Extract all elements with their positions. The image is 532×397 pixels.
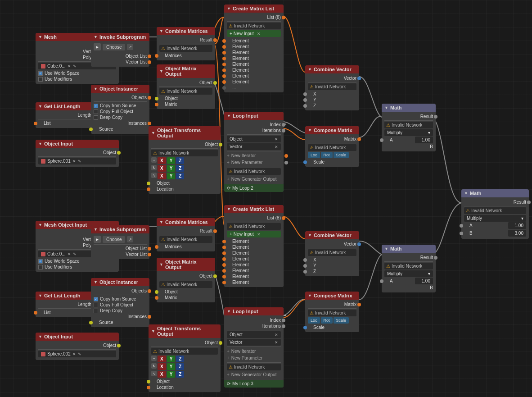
- z-btn-ot2-1[interactable]: Z: [176, 356, 184, 362]
- collapse-com2[interactable]: ▼: [308, 293, 312, 298]
- collapse-cml1[interactable]: ▼: [227, 6, 231, 11]
- link-btn-1[interactable]: ↗: [127, 44, 133, 50]
- sphere-x-2[interactable]: ✕: [72, 352, 76, 356]
- z-btn-ot2-3[interactable]: Z: [176, 371, 184, 378]
- new-input-btn-1[interactable]: + New Input ✕: [227, 30, 281, 37]
- z-btn-ot1-1[interactable]: Z: [176, 157, 184, 164]
- choose-btn-2[interactable]: Choose: [103, 236, 125, 243]
- cube-x-1[interactable]: ✕: [68, 64, 71, 68]
- object-field-li2[interactable]: Object ✕: [227, 331, 281, 338]
- collapse-oi-2[interactable]: ▼: [38, 334, 42, 339]
- y-btn-ot1-2[interactable]: Y: [167, 165, 176, 172]
- a-value-math2[interactable]: 1.00: [415, 278, 433, 284]
- new-input-x-2[interactable]: ✕: [257, 232, 261, 237]
- collapse-oi-1[interactable]: ▼: [38, 141, 42, 146]
- new-input-btn-2[interactable]: + New Input ✕: [227, 231, 281, 237]
- x-btn-ot2-3[interactable]: X: [158, 371, 166, 378]
- sphere-field-1[interactable]: Sphere.001 ✕ ✎: [38, 158, 116, 164]
- sphere-edit-1[interactable]: ✎: [78, 159, 81, 164]
- x-btn-ot1-1[interactable]: X: [158, 157, 166, 164]
- loc-btn-1[interactable]: Loc: [308, 152, 320, 158]
- vector-field-li1[interactable]: Vector ✕: [227, 143, 281, 150]
- collapse-math1[interactable]: ▼: [384, 105, 388, 110]
- copy-full-check-2[interactable]: [94, 303, 98, 307]
- z-btn-ot1-2[interactable]: Z: [176, 165, 184, 172]
- collapse-oi1[interactable]: ▼: [94, 87, 98, 91]
- b-value-math3[interactable]: 3.00: [508, 230, 526, 237]
- collapse-cv1[interactable]: ▼: [308, 67, 312, 72]
- y-btn-ot1-1[interactable]: Y: [167, 157, 176, 164]
- copy-full-check-1[interactable]: [94, 110, 98, 114]
- object-field-li1[interactable]: Object ✕: [227, 136, 281, 142]
- cube-edit-1[interactable]: ✎: [73, 64, 77, 68]
- collapse-math3[interactable]: ▼: [464, 191, 468, 196]
- copy-source-check-2[interactable]: ✓: [94, 297, 98, 301]
- vector-field-x-li1[interactable]: ✕: [275, 145, 278, 149]
- a-value-math1[interactable]: 1.00: [415, 137, 433, 143]
- y-btn-ot2-1[interactable]: Y: [167, 356, 176, 362]
- collapse-2[interactable]: ▼: [38, 293, 42, 298]
- z-btn-ot2-2[interactable]: Z: [176, 363, 184, 370]
- loc-btn-2[interactable]: Loc: [308, 317, 320, 324]
- link-btn-2[interactable]: ↗: [127, 236, 133, 242]
- x-btn-ot2-2[interactable]: X: [158, 363, 166, 370]
- collapse-ot2[interactable]: ▼: [151, 329, 155, 333]
- collapse-om1[interactable]: ▼: [159, 69, 163, 73]
- choose-btn-1[interactable]: Choose: [103, 44, 125, 50]
- a-value-math3[interactable]: 1.00: [508, 222, 526, 229]
- vector-field-x-li2[interactable]: ✕: [275, 340, 278, 345]
- collapse-cv2[interactable]: ▼: [308, 233, 312, 237]
- copy-source-check-1[interactable]: ✓: [94, 104, 98, 108]
- z-btn-ot1-3[interactable]: Z: [176, 173, 184, 179]
- collapse-om2[interactable]: ▼: [159, 262, 163, 267]
- multiply-dropdown-2[interactable]: Multiply ▾: [384, 270, 433, 277]
- collapse-cml2[interactable]: ▼: [227, 207, 231, 211]
- scale-compose-btn-1[interactable]: Scale: [334, 152, 349, 158]
- multiply-dropdown-3[interactable]: Multiply ▾: [464, 215, 526, 222]
- collapse-math2[interactable]: ▼: [384, 246, 388, 251]
- modifiers-check-1[interactable]: [38, 77, 43, 82]
- rot-btn-2[interactable]: Rot: [321, 317, 333, 324]
- scale-compose-btn-2[interactable]: Scale: [334, 317, 349, 324]
- new-input-x-1[interactable]: ✕: [257, 32, 261, 36]
- collapse-oi2[interactable]: ▼: [94, 280, 98, 284]
- y-btn-ot2-2[interactable]: Y: [167, 363, 176, 370]
- object-matrix-output-1: ▼ Object Matrix Output Object ⚠ Invalid …: [157, 64, 215, 109]
- collapse-arrow-2[interactable]: ▼: [38, 223, 42, 227]
- x-btn-ot2-1[interactable]: X: [158, 356, 166, 362]
- sphere-edit-2[interactable]: ✎: [78, 352, 81, 356]
- deep-copy-check-1[interactable]: [94, 115, 98, 120]
- deep-copy-check-2[interactable]: [94, 309, 98, 313]
- object-field-x-li2[interactable]: ✕: [275, 333, 278, 337]
- x-btn-ot1-2[interactable]: X: [158, 165, 166, 172]
- collapse-com1[interactable]: ▼: [308, 128, 312, 132]
- collapse-li2[interactable]: ▼: [227, 309, 231, 314]
- y-btn-ot1-3[interactable]: Y: [167, 173, 176, 179]
- object-field-x-li1[interactable]: ✕: [275, 137, 278, 141]
- vector-field-li2[interactable]: Vector ✕: [227, 339, 281, 346]
- y-btn-ot2-3[interactable]: Y: [167, 371, 176, 378]
- collapse-li1[interactable]: ▼: [227, 114, 231, 118]
- collapse-inv-2[interactable]: ▼: [94, 227, 98, 232]
- play-btn-2[interactable]: ▶: [94, 236, 101, 243]
- rot-btn-1[interactable]: Rot: [321, 152, 333, 158]
- instances-row-1: Instances: [94, 120, 147, 126]
- collapse-cm2[interactable]: ▼: [159, 220, 163, 224]
- play-btn-1[interactable]: ▶: [94, 43, 101, 50]
- cube-edit-2[interactable]: ✎: [73, 252, 77, 256]
- modifiers-check-2[interactable]: [38, 265, 43, 269]
- sphere-field-2[interactable]: Sphere.002 ✕ ✎: [38, 351, 116, 357]
- multiply-dropdown-1[interactable]: Multiply ▾: [384, 129, 433, 136]
- collapse-cm1[interactable]: ▼: [159, 29, 163, 33]
- cube-x-2[interactable]: ✕: [68, 252, 71, 256]
- collapse-ot1[interactable]: ▼: [151, 131, 155, 135]
- x-btn-ot1-3[interactable]: X: [158, 173, 166, 179]
- collapse-arrow-1[interactable]: ▼: [38, 35, 42, 39]
- sphere-x-1[interactable]: ✕: [72, 159, 76, 164]
- param-socket-1: [284, 161, 288, 164]
- objlist-row-2: Object List: [94, 246, 147, 251]
- collapse-inv-1[interactable]: ▼: [94, 35, 98, 39]
- collapse-1[interactable]: ▼: [38, 104, 42, 109]
- world-space-check-2[interactable]: ✓: [38, 259, 43, 264]
- world-space-check-1[interactable]: ✓: [38, 71, 43, 76]
